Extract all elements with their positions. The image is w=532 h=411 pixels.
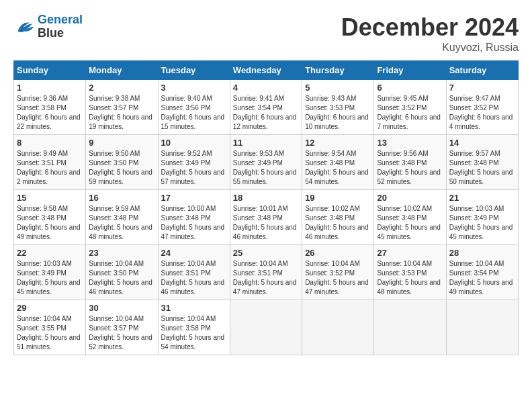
calendar-cell: 9Sunrise: 9:50 AMSunset: 3:50 PMDaylight… — [86, 135, 158, 190]
calendar-cell: 28Sunrise: 10:04 AMSunset: 3:54 PMDaylig… — [446, 245, 518, 300]
calendar-cell — [230, 300, 302, 355]
calendar-cell — [302, 300, 374, 355]
calendar-cell: 17Sunrise: 10:00 AMSunset: 3:48 PMDaylig… — [158, 190, 230, 245]
day-number: 27 — [377, 248, 443, 258]
cell-info: Sunrise: 10:04 AMSunset: 3:54 PMDaylight… — [449, 260, 513, 295]
calendar-cell — [446, 300, 518, 355]
calendar-cell: 23Sunrise: 10:04 AMSunset: 3:50 PMDaylig… — [86, 245, 158, 300]
logo-text: General Blue — [38, 13, 83, 40]
cell-info: Sunrise: 9:40 AMSunset: 3:56 PMDaylight:… — [161, 95, 225, 130]
day-number: 14 — [449, 138, 515, 148]
cell-info: Sunrise: 9:49 AMSunset: 3:51 PMDaylight:… — [17, 150, 81, 185]
day-number: 13 — [377, 138, 443, 148]
calendar-cell: 16Sunrise: 9:59 AMSunset: 3:48 PMDayligh… — [86, 190, 158, 245]
cell-info: Sunrise: 9:52 AMSunset: 3:49 PMDaylight:… — [161, 150, 225, 185]
day-number: 15 — [17, 193, 83, 203]
day-number: 11 — [233, 138, 299, 148]
day-number: 8 — [17, 138, 83, 148]
cell-info: Sunrise: 9:47 AMSunset: 3:52 PMDaylight:… — [449, 95, 513, 130]
calendar-cell: 3Sunrise: 9:40 AMSunset: 3:56 PMDaylight… — [158, 80, 230, 135]
calendar-cell: 11Sunrise: 9:53 AMSunset: 3:49 PMDayligh… — [230, 135, 302, 190]
calendar-cell: 20Sunrise: 10:02 AMSunset: 3:48 PMDaylig… — [374, 190, 446, 245]
cell-info: Sunrise: 9:54 AMSunset: 3:48 PMDaylight:… — [305, 150, 369, 185]
calendar-cell: 5Sunrise: 9:43 AMSunset: 3:53 PMDaylight… — [302, 80, 374, 135]
cell-info: Sunrise: 10:02 AMSunset: 3:48 PMDaylight… — [377, 205, 441, 240]
calendar-cell: 19Sunrise: 10:02 AMSunset: 3:48 PMDaylig… — [302, 190, 374, 245]
calendar-cell: 1Sunrise: 9:36 AMSunset: 3:58 PMDaylight… — [14, 80, 86, 135]
cell-info: Sunrise: 10:03 AMSunset: 3:49 PMDaylight… — [449, 205, 513, 240]
day-number: 12 — [305, 138, 371, 148]
day-number: 28 — [449, 248, 515, 258]
day-number: 7 — [449, 83, 515, 93]
location: Kuyvozi, Russia — [341, 42, 519, 54]
logo: General Blue — [13, 13, 83, 40]
day-number: 31 — [161, 303, 227, 313]
calendar-cell: 2Sunrise: 9:38 AMSunset: 3:57 PMDaylight… — [86, 80, 158, 135]
cell-info: Sunrise: 10:04 AMSunset: 3:58 PMDaylight… — [161, 315, 225, 351]
day-number: 29 — [17, 303, 83, 313]
cell-info: Sunrise: 9:41 AMSunset: 3:54 PMDaylight:… — [233, 95, 297, 130]
calendar-cell: 7Sunrise: 9:47 AMSunset: 3:52 PMDaylight… — [446, 80, 518, 135]
logo-icon — [13, 16, 35, 38]
cell-info: Sunrise: 10:04 AMSunset: 3:50 PMDaylight… — [89, 260, 152, 295]
calendar-cell: 27Sunrise: 10:04 AMSunset: 3:53 PMDaylig… — [374, 245, 446, 300]
cell-info: Sunrise: 9:38 AMSunset: 3:57 PMDaylight:… — [89, 95, 152, 130]
month-title: December 2024 — [341, 13, 519, 42]
calendar-cell: 4Sunrise: 9:41 AMSunset: 3:54 PMDaylight… — [230, 80, 302, 135]
cell-info: Sunrise: 10:04 AMSunset: 3:57 PMDaylight… — [89, 315, 152, 351]
weekday-header-monday: Monday — [86, 61, 158, 80]
day-number: 9 — [89, 138, 154, 148]
day-number: 21 — [449, 193, 515, 203]
day-number: 17 — [161, 193, 227, 203]
day-number: 23 — [89, 248, 154, 258]
day-number: 4 — [233, 83, 299, 93]
cell-info: Sunrise: 9:45 AMSunset: 3:52 PMDaylight:… — [377, 95, 441, 130]
cell-info: Sunrise: 10:04 AMSunset: 3:53 PMDaylight… — [377, 260, 441, 295]
weekday-header-wednesday: Wednesday — [230, 61, 302, 80]
cell-info: Sunrise: 9:56 AMSunset: 3:48 PMDaylight:… — [377, 150, 441, 185]
calendar-cell: 30Sunrise: 10:04 AMSunset: 3:57 PMDaylig… — [86, 300, 158, 355]
weekday-header-friday: Friday — [374, 61, 446, 80]
day-number: 5 — [305, 83, 371, 93]
weekday-header-sunday: Sunday — [14, 61, 86, 80]
title-block: December 2024 Kuyvozi, Russia — [341, 13, 519, 54]
cell-info: Sunrise: 9:57 AMSunset: 3:48 PMDaylight:… — [449, 150, 513, 185]
weekday-header-tuesday: Tuesday — [158, 61, 230, 80]
calendar-cell: 25Sunrise: 10:04 AMSunset: 3:51 PMDaylig… — [230, 245, 302, 300]
cell-info: Sunrise: 10:02 AMSunset: 3:48 PMDaylight… — [305, 205, 369, 240]
calendar-cell: 10Sunrise: 9:52 AMSunset: 3:49 PMDayligh… — [158, 135, 230, 190]
day-number: 1 — [17, 83, 83, 93]
cell-info: Sunrise: 9:53 AMSunset: 3:49 PMDaylight:… — [233, 150, 297, 185]
cell-info: Sunrise: 10:04 AMSunset: 3:55 PMDaylight… — [17, 315, 81, 351]
page-header: General Blue December 2024 Kuyvozi, Russ… — [13, 13, 519, 54]
cell-info: Sunrise: 9:59 AMSunset: 3:48 PMDaylight:… — [89, 205, 152, 240]
calendar-cell: 6Sunrise: 9:45 AMSunset: 3:52 PMDaylight… — [374, 80, 446, 135]
day-number: 6 — [377, 83, 443, 93]
cell-info: Sunrise: 10:04 AMSunset: 3:51 PMDaylight… — [233, 260, 297, 295]
cell-info: Sunrise: 10:03 AMSunset: 3:49 PMDaylight… — [17, 260, 81, 295]
calendar-cell: 13Sunrise: 9:56 AMSunset: 3:48 PMDayligh… — [374, 135, 446, 190]
calendar-cell: 18Sunrise: 10:01 AMSunset: 3:48 PMDaylig… — [230, 190, 302, 245]
calendar-cell: 8Sunrise: 9:49 AMSunset: 3:51 PMDaylight… — [14, 135, 86, 190]
calendar-cell: 22Sunrise: 10:03 AMSunset: 3:49 PMDaylig… — [14, 245, 86, 300]
cell-info: Sunrise: 10:00 AMSunset: 3:48 PMDaylight… — [161, 205, 225, 240]
calendar-cell: 21Sunrise: 10:03 AMSunset: 3:49 PMDaylig… — [446, 190, 518, 245]
day-number: 16 — [89, 193, 154, 203]
calendar-cell: 24Sunrise: 10:04 AMSunset: 3:51 PMDaylig… — [158, 245, 230, 300]
calendar-cell: 31Sunrise: 10:04 AMSunset: 3:58 PMDaylig… — [158, 300, 230, 355]
day-number: 3 — [161, 83, 227, 93]
day-number: 26 — [305, 248, 371, 258]
calendar-cell: 12Sunrise: 9:54 AMSunset: 3:48 PMDayligh… — [302, 135, 374, 190]
cell-info: Sunrise: 10:04 AMSunset: 3:52 PMDaylight… — [305, 260, 369, 295]
cell-info: Sunrise: 9:50 AMSunset: 3:50 PMDaylight:… — [89, 150, 152, 185]
day-number: 22 — [17, 248, 83, 258]
calendar-cell — [374, 300, 446, 355]
calendar-cell: 26Sunrise: 10:04 AMSunset: 3:52 PMDaylig… — [302, 245, 374, 300]
day-number: 30 — [89, 303, 154, 313]
calendar-cell: 29Sunrise: 10:04 AMSunset: 3:55 PMDaylig… — [14, 300, 86, 355]
day-number: 18 — [233, 193, 299, 203]
calendar-cell: 15Sunrise: 9:58 AMSunset: 3:48 PMDayligh… — [14, 190, 86, 245]
cell-info: Sunrise: 9:43 AMSunset: 3:53 PMDaylight:… — [305, 95, 369, 130]
weekday-header-thursday: Thursday — [302, 61, 374, 80]
cell-info: Sunrise: 10:01 AMSunset: 3:48 PMDaylight… — [233, 205, 297, 240]
